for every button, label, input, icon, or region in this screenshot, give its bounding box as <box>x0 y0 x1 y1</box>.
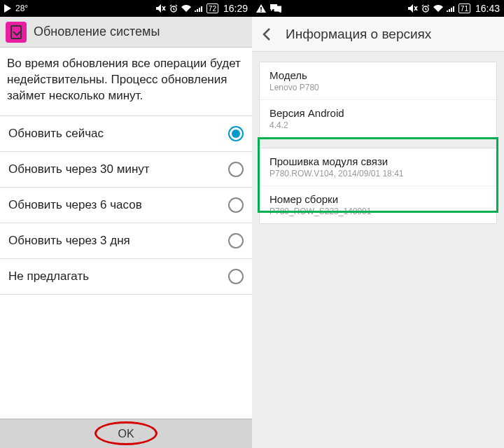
clock: 16:29 <box>223 3 248 14</box>
chat-icon <box>270 4 281 13</box>
mute-icon <box>156 4 166 13</box>
info-model[interactable]: Модель Lenovo P780 <box>260 62 496 100</box>
signal-icon <box>447 5 455 12</box>
info-value: 4.4.2 <box>270 120 486 130</box>
radio-icon <box>228 162 244 177</box>
title-bar: Обновление системы <box>0 17 252 48</box>
option-update-3d[interactable]: Обновить через 3 дня <box>0 223 252 259</box>
option-label: Обновить через 6 часов <box>8 198 142 212</box>
header-title: Информация о версиях <box>286 27 431 42</box>
status-bar: 28° 72 16:29 <box>0 0 252 17</box>
warning-icon <box>256 4 266 13</box>
signal-icon <box>195 5 203 12</box>
option-label: Обновить сейчас <box>8 127 104 141</box>
option-dont-offer[interactable]: Не предлагать <box>0 259 252 295</box>
clock: 16:43 <box>475 3 500 14</box>
info-android-version[interactable]: Версия Android 4.4.2 <box>260 100 496 137</box>
option-label: Обновить через 30 минут <box>8 162 150 176</box>
info-label: Прошивка модуля связи <box>270 155 486 167</box>
wifi-icon <box>433 5 443 12</box>
mute-icon <box>408 4 418 13</box>
screen-version-info: 71 16:43 Информация о версиях Модель Len… <box>252 0 504 448</box>
info-baseband[interactable]: Прошивка модуля связи P780.ROW.V104, 201… <box>260 148 496 186</box>
ok-label: OK <box>118 428 134 440</box>
status-bar: 71 16:43 <box>252 0 504 17</box>
option-label: Не предлагать <box>8 270 89 284</box>
info-value: P780.ROW.V104, 2014/09/01 18:41 <box>270 169 486 178</box>
option-update-now[interactable]: Обновить сейчас <box>0 116 252 152</box>
info-group-2: Прошивка модуля связи P780.ROW.V104, 201… <box>259 148 497 224</box>
radio-icon <box>228 197 244 213</box>
option-update-30min[interactable]: Обновить через 30 минут <box>0 152 252 188</box>
radio-icon <box>228 126 244 141</box>
system-update-icon <box>6 22 27 43</box>
update-options-list: Обновить сейчас Обновить через 30 минут … <box>0 115 252 295</box>
back-icon[interactable] <box>259 26 276 43</box>
temperature: 28° <box>15 4 28 13</box>
info-value: Lenovo P780 <box>270 83 486 92</box>
wifi-icon <box>181 5 191 12</box>
screen-system-update: 28° 72 16:29 Обновление системы Во время… <box>0 0 252 448</box>
radio-icon <box>228 269 244 284</box>
battery-indicator: 72 <box>206 4 218 13</box>
option-update-6h[interactable]: Обновить через 6 часов <box>0 188 252 223</box>
radio-icon <box>228 233 244 248</box>
battery-indicator: 71 <box>458 4 470 13</box>
ok-button[interactable]: OK <box>0 419 252 448</box>
alarm-icon <box>421 4 430 13</box>
header-bar: Информация о версиях <box>252 17 504 52</box>
play-icon <box>4 4 11 13</box>
svg-rect-1 <box>260 7 262 10</box>
info-label: Версия Android <box>270 107 486 119</box>
option-label: Обновить через 3 дня <box>8 234 130 248</box>
info-group-1: Модель Lenovo P780 Версия Android 4.4.2 <box>259 62 497 138</box>
info-build-number[interactable]: Номер сборки P780_ROW_S223_140901 <box>260 186 496 223</box>
info-label: Номер сборки <box>270 193 486 205</box>
page-title: Обновление системы <box>34 24 160 39</box>
info-label: Модель <box>270 69 486 81</box>
info-value: P780_ROW_S223_140901 <box>270 206 486 216</box>
svg-rect-2 <box>260 10 262 12</box>
update-description: Во время обновления все операции будет н… <box>0 48 252 115</box>
alarm-icon <box>169 4 178 13</box>
